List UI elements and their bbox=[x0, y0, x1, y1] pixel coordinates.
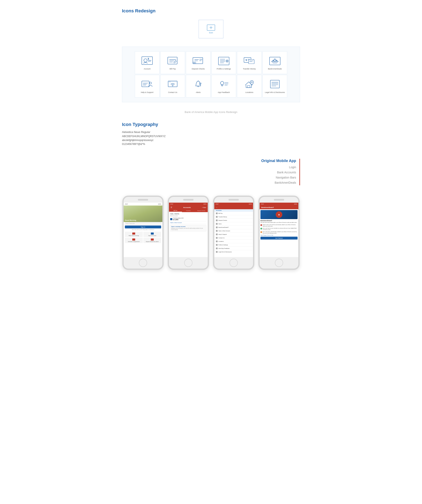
svg-rect-49 bbox=[169, 81, 177, 82]
deals-intro: Get cash back deals added right to your … bbox=[261, 222, 297, 223]
icon-cell-transfer-money: $ Transfer Money bbox=[237, 51, 262, 74]
nav-deposit[interactable]: Deposit Checks bbox=[214, 219, 253, 222]
icon-cell-bankamerideals: BankAmeriDeals bbox=[262, 51, 287, 74]
deals-logo-circle: ♦ bbox=[276, 211, 282, 218]
original-app-box: Original Mobile App Login Bank Accounts … bbox=[261, 159, 300, 186]
svg-point-51 bbox=[170, 82, 170, 82]
phone-login: AT&T 100% Good Morning Enter Passcode Si… bbox=[122, 196, 164, 270]
typography-title: Icon Typography bbox=[122, 122, 300, 127]
phone2-tabs-bar: Bill Pay Transfers Deposit Checks bbox=[169, 209, 208, 212]
icon-placeholder-large: Icon bbox=[199, 20, 223, 38]
get-started-button[interactable]: Get Started bbox=[261, 237, 297, 240]
account-icon-small bbox=[170, 218, 172, 220]
nav-feedback[interactable]: Send App Feedback bbox=[214, 247, 253, 250]
icon-cell-legal-info: Legal Info & Disclosures bbox=[262, 75, 287, 97]
svg-rect-66 bbox=[270, 80, 279, 88]
app-feedback-label: App Feedback bbox=[218, 91, 230, 94]
deal-bullet-2: 2 bbox=[261, 228, 262, 229]
greeting: Hello, HEERA bbox=[170, 213, 207, 215]
whats-new-icon bbox=[132, 233, 135, 234]
font-lowercase: abcdefghijklmnopqrstuvwxyz bbox=[122, 138, 300, 142]
transfer-money-label: Transfer Money bbox=[243, 68, 256, 70]
deals-logo-banner: ♦ bbox=[261, 210, 297, 219]
locations-icon bbox=[243, 79, 256, 90]
icon-cell-deposit-checks: Deposit Checks bbox=[186, 51, 211, 74]
original-app-section: Original Mobile App Login Bank Accounts … bbox=[122, 159, 300, 186]
phone4-status: AT&T100% bbox=[260, 203, 298, 205]
nav-contact[interactable]: Contact Us bbox=[214, 236, 253, 240]
svg-rect-12 bbox=[193, 58, 203, 64]
profile-settings-label: Profile & Settings bbox=[217, 68, 231, 70]
font-name: Helvetica Neue Regular bbox=[122, 131, 300, 134]
icon-cell-help-support: Help & Support bbox=[135, 75, 160, 97]
account-icon: $ bbox=[141, 55, 154, 66]
icon-cell-bill-pay: Bill Pay bbox=[160, 51, 185, 74]
phone3-status: AT&T100% bbox=[214, 203, 253, 205]
help-support-icon bbox=[141, 79, 154, 90]
deal-bullet-1: 1 bbox=[261, 224, 262, 226]
nav-billpay[interactable]: Bill Pay bbox=[214, 212, 253, 215]
billpay-icon bbox=[166, 55, 179, 66]
profile-settings-icon bbox=[217, 55, 230, 66]
billpay-label: Bill Pay bbox=[170, 68, 176, 70]
deals-title: BankAmeriDeals® bbox=[261, 220, 297, 221]
nav-legal[interactable]: Legal Info & Disclosures bbox=[214, 250, 253, 253]
tab-billpay[interactable]: Bill Pay bbox=[169, 209, 182, 212]
deal-item-3: 3 Earn cash back, automatically credited… bbox=[261, 231, 297, 234]
nav-accounts[interactable]: Accounts bbox=[214, 209, 253, 212]
font-uppercase: ABCDEFGHIJKLMNOPQRSTUVWXYZ bbox=[122, 134, 300, 138]
page-subtitle: Bank of America Mobile App Icons Redesig… bbox=[122, 110, 300, 114]
icon-cell-app-feedback: App Feedback bbox=[211, 75, 236, 97]
deal-bullet-3: 3 bbox=[261, 231, 262, 233]
passcode-placeholder: Enter Passcode bbox=[125, 222, 161, 225]
tab-transfers[interactable]: Transfers bbox=[182, 209, 195, 212]
svg-point-50 bbox=[169, 82, 170, 82]
nav-profile[interactable]: Profile & Settings bbox=[214, 243, 253, 247]
legal-info-label: Legal Info & Disclosures bbox=[265, 91, 285, 94]
login-bottom-icons: What's New in the App Open an Account Sc… bbox=[125, 232, 161, 243]
bankamerideals-icon bbox=[268, 55, 281, 66]
promo-box: Open a savings account Whatever you're s… bbox=[170, 225, 207, 232]
icon-cell-contact-us: Contact Us bbox=[160, 75, 185, 97]
good-morning-text: Good Morning bbox=[125, 219, 136, 221]
svg-text:$: $ bbox=[148, 58, 149, 60]
svg-point-65 bbox=[251, 82, 252, 83]
schedule-icon bbox=[132, 239, 135, 240]
phone2-header-bar: ☰ Accounts + New bbox=[169, 205, 208, 209]
original-app-title: Original Mobile App bbox=[261, 159, 296, 163]
tab-deposit-checks[interactable]: Deposit Checks bbox=[195, 209, 208, 212]
legal-info-icon bbox=[268, 79, 281, 90]
open-new-account[interactable]: Open a New Account bbox=[170, 221, 207, 224]
phone-login-screen: AT&T 100% Good Morning Enter Passcode Si… bbox=[124, 203, 162, 257]
contact-us-label: Contact Us bbox=[168, 91, 178, 94]
schedule-label: Schedule an Appointment bbox=[128, 241, 140, 242]
account-row: Checking ●●●● 1234 $ 3,500 bbox=[170, 217, 207, 221]
help-text: Need help with your ID, Passcode or enro… bbox=[125, 229, 161, 230]
status-time: AT&T bbox=[125, 204, 128, 205]
phone-nav-screen: AT&T100% ← Accounts Bill Pay Transfer Mo… bbox=[214, 203, 253, 257]
nav-help[interactable]: Help & Support bbox=[214, 233, 253, 236]
icons-row-1: $ Account B bbox=[126, 51, 296, 74]
deal-item-2: 2 Earn cash back as you normally do, and… bbox=[261, 228, 297, 230]
icons-row-2: Help & Support bbox=[126, 74, 296, 98]
typography-section: Icon Typography Helvetica Neue Regular A… bbox=[122, 122, 300, 146]
nav-transfer[interactable]: Transfer Money bbox=[214, 215, 253, 219]
nav-deals[interactable]: BankAmeriDeals® bbox=[214, 226, 253, 229]
phone4-header-bar: BankAmeriDeals® bbox=[260, 205, 298, 209]
nav-alerts[interactable]: Alerts bbox=[214, 222, 253, 226]
nav-open-account[interactable]: Open a New Account bbox=[214, 229, 253, 233]
icon-cell-alerts: Alerts bbox=[186, 75, 211, 97]
phone2-content: Hello, HEERA Bank Accounts Checking ●●●●… bbox=[169, 212, 208, 257]
phone-navigation: AT&T100% ← Accounts Bill Pay Transfer Mo… bbox=[213, 196, 254, 270]
alerts-icon bbox=[192, 79, 205, 90]
nav-locations[interactable]: Locations bbox=[214, 240, 253, 243]
login-form: Enter Passcode Sign In Need help with yo… bbox=[125, 222, 161, 243]
icon-cell-profile-settings: Profile & Settings bbox=[211, 51, 236, 74]
locations-label: Locations bbox=[245, 91, 253, 94]
alerts-label: Alerts bbox=[196, 91, 201, 94]
svg-point-56 bbox=[220, 81, 224, 85]
phone2-status: AT&T100% bbox=[169, 203, 208, 205]
contact-us-icon bbox=[166, 79, 179, 90]
sign-in-button[interactable]: Sign In bbox=[125, 226, 161, 228]
tos-link[interactable]: View Program Terms of Use bbox=[261, 234, 297, 236]
